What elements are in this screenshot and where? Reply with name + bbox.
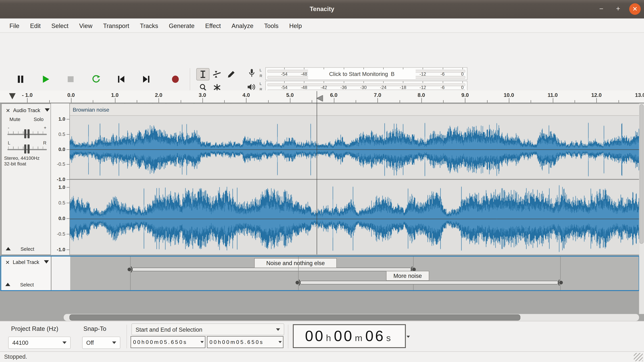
minimize-button[interactable]: − (596, 3, 607, 15)
menu-tracks[interactable]: Tracks (134, 18, 164, 33)
status-bar: Stopped. (0, 351, 644, 362)
snap-to-value: Off (82, 339, 112, 346)
menu-view[interactable]: View (74, 18, 98, 33)
audio-track-collapse-icon[interactable] (6, 247, 10, 250)
solo-button[interactable]: Solo (34, 117, 44, 122)
label-anchor-icon[interactable] (295, 279, 301, 286)
label-track-select-button[interactable]: Select (20, 282, 34, 288)
loop-button[interactable] (89, 72, 103, 86)
audio-track-select-button[interactable]: Select (20, 246, 34, 252)
menu-effect[interactable]: Effect (200, 18, 226, 33)
pause-button[interactable] (14, 72, 28, 86)
play-button[interactable] (38, 72, 52, 86)
project-rate-combo[interactable]: 44100 (8, 337, 70, 349)
menu-generate[interactable]: Generate (164, 18, 200, 33)
label-track-collapse-icon[interactable] (5, 283, 10, 286)
scale-tick (66, 187, 70, 188)
gain-slider-thumb[interactable] (24, 129, 30, 138)
label-stem (130, 257, 130, 290)
monitor-overlay[interactable]: Click to Start Monitoring B (308, 68, 416, 79)
label-anchor-icon[interactable] (127, 266, 133, 273)
recording-meter[interactable]: Click to Start Monitoring B -54-48-12-60 (265, 67, 468, 80)
menu-help[interactable]: Help (284, 18, 307, 33)
gain-max-label: + (44, 125, 46, 130)
audio-track-close-button[interactable]: ✕ (6, 108, 10, 113)
ruler-tick (509, 98, 509, 103)
label-track-title[interactable]: Label Track (13, 259, 39, 265)
monitor-overlay-text: Click to Start Monitoring (329, 71, 388, 77)
label-text-1[interactable]: More noise (386, 271, 429, 281)
selection-tool-button[interactable] (196, 68, 210, 80)
meter-tick (442, 68, 443, 69)
ruler-tick (618, 100, 619, 103)
close-button[interactable]: ✕ (629, 3, 641, 15)
ruler-tick (180, 100, 181, 103)
menu-select[interactable]: Select (46, 18, 74, 33)
snap-to-combo[interactable]: Off (82, 337, 120, 349)
menu-transport[interactable]: Transport (98, 18, 135, 33)
chevron-down-icon[interactable] (200, 341, 204, 343)
audio-track-menu-icon[interactable] (45, 108, 50, 112)
menu-analyze[interactable]: Analyze (226, 18, 259, 33)
label-track-ruler-gap (51, 257, 70, 290)
label-region-bar[interactable] (132, 268, 412, 271)
pan-slider[interactable]: L R (8, 140, 47, 155)
skip-to-end-button[interactable] (139, 72, 153, 86)
label-track-panel: ✕ Label Track Select (1, 257, 51, 290)
time-digits[interactable]: 06 (365, 328, 385, 345)
selection-start-field[interactable]: 00h00m05.650s (131, 336, 206, 348)
waveform-channel-left[interactable] (70, 116, 639, 179)
horizontal-scrollbar-thumb[interactable] (70, 314, 520, 321)
envelope-tool-button[interactable] (210, 68, 224, 80)
clip-header[interactable]: Brownian noise (70, 104, 639, 116)
label-region-bar[interactable] (300, 281, 558, 284)
vertical-scale-ruler[interactable]: 1.00.50.0-0.5-1.01.00.50.0-0.5-1.0 (51, 103, 70, 255)
draw-tool-button[interactable] (224, 68, 237, 80)
label-anchor-icon[interactable] (557, 279, 563, 286)
chevron-down-icon (62, 342, 66, 344)
horizontal-scrollbar[interactable] (64, 314, 639, 321)
label-track-close-button[interactable]: ✕ (5, 260, 10, 265)
skip-to-start-button[interactable] (114, 72, 128, 86)
maximize-button[interactable]: + (612, 3, 624, 15)
selection-mode-combo[interactable]: Start and End of Selection (132, 324, 284, 335)
meter-scale--30: -30 (360, 85, 366, 90)
title-bar[interactable]: Tenacity − + ✕ (0, 0, 644, 18)
mute-button[interactable]: Mute (10, 117, 20, 122)
waveform-channel-right[interactable] (70, 180, 639, 255)
recording-meter-toolbar[interactable]: L R Click to Start Monitoring B -54-48-1… (246, 67, 468, 80)
pause-icon (16, 75, 25, 84)
meter-tick (423, 68, 423, 69)
time-digits[interactable]: 00 (305, 328, 325, 345)
chevron-down-icon[interactable] (406, 336, 410, 338)
audio-position-display[interactable]: 00h00m06s (293, 324, 406, 348)
label-track-content[interactable]: Noise and nothing elseMore noise (70, 257, 639, 290)
audio-track-title[interactable]: Audio Track (13, 108, 40, 113)
record-button[interactable] (168, 72, 182, 86)
timeline-options-icon[interactable] (8, 93, 16, 100)
meter-scale-0: 0 (461, 85, 464, 90)
chevron-down-icon[interactable] (278, 341, 282, 343)
selection-end-field[interactable]: 00h00m05.650s (207, 336, 284, 348)
menu-edit[interactable]: Edit (25, 18, 46, 33)
resize-grip[interactable] (634, 353, 643, 361)
stop-button[interactable] (64, 72, 78, 86)
menu-tools[interactable]: Tools (259, 18, 284, 33)
time-digits[interactable]: 00 (334, 328, 354, 345)
ruler-tick (246, 98, 246, 103)
toolbar-separator (288, 325, 288, 349)
pan-slider-thumb[interactable] (24, 144, 30, 153)
timeline-ruler[interactable]: - 1.00.01.02.03.04.05.06.07.08.09.010.01… (0, 90, 644, 103)
label-text-0[interactable]: Noise and nothing else (254, 258, 337, 268)
gain-slider[interactable]: - + (8, 125, 47, 140)
meter-scale--12: -12 (420, 71, 426, 76)
ruler-tick (487, 100, 487, 103)
vertical-scrollbar[interactable] (639, 103, 644, 314)
label-track[interactable]: ✕ Label Track Select Noise and nothing e… (0, 256, 640, 291)
label-track-menu-icon[interactable] (44, 260, 49, 264)
menu-file[interactable]: File (4, 18, 25, 33)
vertical-scrollbar-thumb[interactable] (640, 104, 644, 244)
chevron-down-icon (276, 328, 280, 331)
envelope-tool-icon (213, 70, 221, 78)
playhead-marker-icon[interactable] (316, 95, 323, 101)
